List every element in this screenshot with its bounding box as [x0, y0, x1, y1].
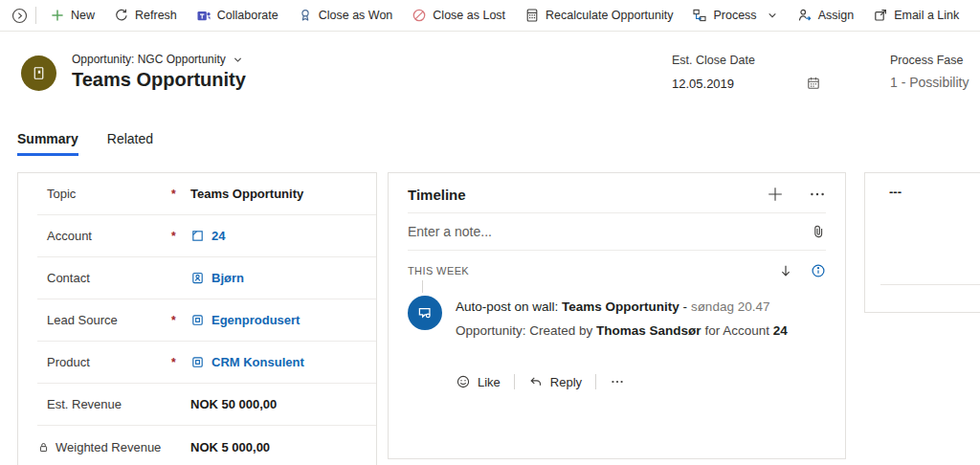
- assign-person-icon: [797, 8, 813, 23]
- field-value-lookup[interactable]: Bjørn: [190, 271, 244, 285]
- field-row-topic[interactable]: Topic * Teams Opportunity: [37, 173, 376, 215]
- delete-button[interactable]: Del: [969, 0, 980, 31]
- required-marker: *: [171, 314, 190, 327]
- field-row-account[interactable]: Account * 24: [37, 215, 376, 257]
- record-type-selector[interactable]: Opportunity: NGC Opportunity: [72, 53, 243, 66]
- lock-icon: [37, 441, 50, 454]
- calculator-icon: [524, 8, 540, 23]
- opportunity-record-page: New Refresh Collaborate Close as Won Clo…: [0, 0, 980, 465]
- opportunity-record-icon: [31, 65, 47, 81]
- ellipsis-icon: [809, 186, 826, 203]
- like-button[interactable]: Like: [456, 374, 501, 389]
- email-a-link-button[interactable]: Email a Link: [863, 0, 969, 31]
- post-actions: Like Reply: [456, 374, 845, 389]
- field-label: Topic: [47, 187, 171, 201]
- page-title: Teams Opportunity: [72, 69, 246, 91]
- chevron-right-circle-icon: [11, 8, 28, 24]
- field-row-weighted-revenue[interactable]: Weighted Revenue NOK 5 000,00: [37, 426, 376, 465]
- info-icon: [811, 263, 826, 278]
- est-close-date-value[interactable]: 12.05.2019: [672, 77, 734, 91]
- plus-icon: [50, 8, 65, 23]
- close-as-lost-button[interactable]: Close as Lost: [402, 0, 515, 31]
- chevron-down-icon: [233, 55, 243, 65]
- timeline-section-label: THIS WEEK: [408, 265, 778, 277]
- calendar-icon: [806, 76, 821, 91]
- est-close-date-field: Est. Close Date 12.05.2019: [672, 54, 821, 91]
- reply-arrow-icon: [528, 374, 544, 389]
- field-value-lookup[interactable]: Egenprodusert: [190, 313, 300, 327]
- reply-button[interactable]: Reply: [528, 374, 582, 389]
- refresh-button[interactable]: Refresh: [104, 0, 187, 31]
- refresh-icon: [114, 8, 129, 23]
- attach-file-button[interactable]: [811, 224, 826, 239]
- autopost-avatar: [408, 296, 442, 330]
- timeline-info-button[interactable]: [811, 263, 826, 278]
- sort-descending-button[interactable]: [778, 263, 793, 278]
- field-row-lead-source[interactable]: Lead Source * Egenprodusert: [37, 299, 376, 342]
- smiley-icon: [456, 374, 471, 389]
- record-titles: Opportunity: NGC Opportunity Teams Oppor…: [72, 53, 246, 91]
- field-value-lookup[interactable]: CRM Konsulent: [190, 355, 304, 369]
- required-marker: *: [171, 356, 190, 369]
- teams-icon: [196, 8, 212, 23]
- field-label: Lead Source: [47, 313, 171, 327]
- ribbon-icon: [298, 8, 313, 23]
- timeline-post[interactable]: Auto-post on wall: Teams Opportunity - s…: [389, 293, 845, 338]
- tab-summary[interactable]: Summary: [17, 131, 78, 156]
- field-row-product[interactable]: Product * CRM Konsulent: [37, 342, 376, 384]
- timeline-card: Timeline Enter a note... THIS WEEK: [388, 172, 846, 459]
- divider: [514, 374, 515, 389]
- new-button[interactable]: New: [40, 0, 104, 31]
- post-body: Opportunity: Created by Thomas Sandsør f…: [456, 323, 788, 338]
- chevron-down-icon: [767, 10, 778, 21]
- tab-related[interactable]: Related: [107, 131, 153, 156]
- timeline-add-button[interactable]: [767, 186, 784, 203]
- summary-form-card: Topic * Teams Opportunity Account * 24 C…: [17, 172, 377, 465]
- field-value[interactable]: NOK 50 000,00: [190, 397, 277, 411]
- field-value[interactable]: Teams Opportunity: [190, 187, 303, 201]
- post-more-button[interactable]: [610, 374, 625, 389]
- assign-button[interactable]: Assign: [788, 0, 864, 31]
- process-fase-label: Process Fase: [890, 54, 969, 67]
- contact-record-icon: [190, 271, 205, 285]
- field-row-contact[interactable]: Contact Bjørn: [37, 257, 376, 299]
- expand-commandbar-button[interactable]: [8, 8, 32, 24]
- divider: [595, 374, 596, 389]
- field-value-lookup[interactable]: 24: [190, 229, 225, 243]
- date-picker-button[interactable]: [806, 76, 821, 91]
- timeline-title: Timeline: [408, 187, 767, 203]
- process-fase-field: Process Fase 1 - Possibility: [890, 54, 969, 90]
- process-icon: [692, 8, 707, 23]
- side-panel-card: ---: [864, 172, 980, 313]
- block-icon: [412, 8, 427, 23]
- account-record-icon: [190, 229, 205, 243]
- side-panel-value[interactable]: ---: [865, 173, 980, 199]
- timeline-connector: [422, 280, 423, 293]
- recalculate-opportunity-button[interactable]: Recalculate Opportunity: [515, 0, 682, 31]
- note-input[interactable]: Enter a note...: [408, 224, 811, 239]
- paperclip-icon: [811, 224, 826, 239]
- collaborate-button[interactable]: Collaborate: [187, 0, 288, 31]
- process-fase-value[interactable]: 1 - Possibility: [890, 75, 969, 90]
- required-marker: *: [171, 230, 190, 243]
- close-as-won-button[interactable]: Close as Won: [288, 0, 403, 31]
- required-marker: *: [171, 188, 190, 201]
- process-button[interactable]: Process: [682, 0, 787, 31]
- field-label: Account: [47, 229, 171, 243]
- entity-record-icon: [190, 313, 205, 327]
- field-value[interactable]: NOK 5 000,00: [190, 440, 270, 454]
- form-tabs: Summary Related: [17, 131, 153, 156]
- arrow-down-icon: [778, 263, 793, 278]
- field-row-est-revenue[interactable]: Est. Revenue NOK 50 000,00: [37, 384, 376, 426]
- divider: [880, 284, 980, 285]
- est-close-date-label: Est. Close Date: [672, 54, 821, 67]
- post-bubble-icon: [416, 304, 434, 321]
- command-bar: New Refresh Collaborate Close as Won Clo…: [0, 0, 980, 32]
- record-avatar: [21, 55, 56, 91]
- field-label: Contact: [47, 271, 171, 285]
- timeline-more-button[interactable]: [809, 186, 826, 203]
- post-headline: Auto-post on wall: Teams Opportunity - s…: [456, 296, 788, 314]
- plus-icon: [767, 186, 784, 203]
- ellipsis-icon: [610, 374, 625, 389]
- field-label: Est. Revenue: [47, 397, 171, 411]
